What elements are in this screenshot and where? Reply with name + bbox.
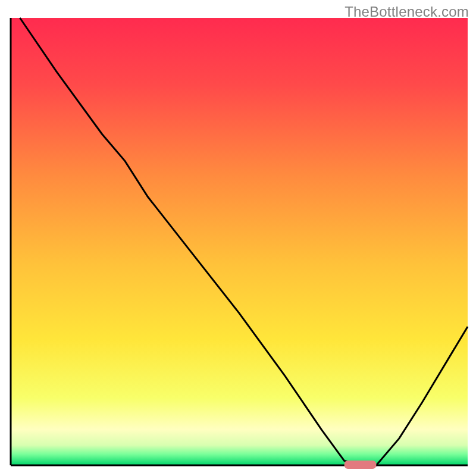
plot-background — [11, 18, 468, 465]
chart-container: TheBottleneck.com — [0, 0, 476, 476]
optimal-marker — [345, 461, 377, 469]
chart-svg — [0, 0, 476, 476]
